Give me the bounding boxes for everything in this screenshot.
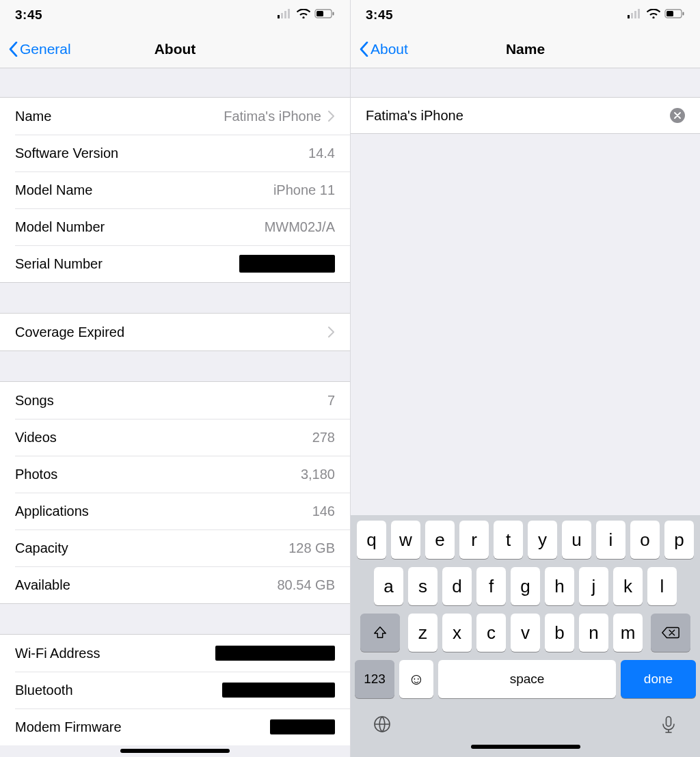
back-label: General	[20, 41, 71, 57]
key-d[interactable]: d	[442, 567, 472, 605]
key-n[interactable]: n	[579, 614, 608, 652]
cellular-icon	[628, 9, 643, 21]
svg-rect-15	[667, 717, 671, 726]
status-time: 3:45	[15, 8, 42, 23]
about-group-coverage: Coverage Expired	[0, 313, 350, 351]
svg-rect-10	[638, 9, 640, 18]
key-l[interactable]: l	[647, 567, 677, 605]
row-applications: Applications146	[0, 493, 350, 529]
row-videos: Videos278	[0, 419, 350, 456]
about-screen: 3:45 General About	[0, 0, 350, 757]
keyboard: qwertyuiop asdfghjkl zxcvbnm 123 ☺ space…	[351, 515, 700, 757]
row-model-name: Model Name iPhone 11	[0, 171, 350, 208]
svg-rect-8	[631, 13, 633, 18]
key-f[interactable]: f	[476, 567, 506, 605]
device-name-input[interactable]	[366, 108, 670, 124]
chevron-left-icon	[359, 42, 369, 57]
name-edit-screen: 3:45 About Name	[350, 0, 700, 757]
key-c[interactable]: c	[476, 614, 506, 652]
wifi-icon	[647, 9, 660, 21]
key-e[interactable]: e	[425, 521, 455, 559]
row-photos: Photos3,180	[0, 456, 350, 493]
key-v[interactable]: v	[511, 614, 540, 652]
key-q[interactable]: q	[357, 521, 386, 559]
back-button[interactable]: About	[351, 41, 408, 57]
key-w[interactable]: w	[391, 521, 420, 559]
key-g[interactable]: g	[511, 567, 540, 605]
section-gap	[0, 604, 350, 634]
svg-rect-1	[281, 13, 283, 18]
battery-icon	[664, 9, 685, 21]
emoji-icon: ☺	[408, 670, 425, 689]
globe-icon[interactable]	[373, 715, 392, 737]
key-y[interactable]: y	[528, 521, 557, 559]
svg-rect-12	[667, 11, 673, 16]
row-modem-firmware: Modem Firmware	[0, 708, 350, 745]
svg-rect-7	[628, 15, 630, 18]
row-available: Available80.54 GB	[0, 566, 350, 603]
backspace-icon	[661, 625, 680, 640]
backspace-key[interactable]	[651, 614, 690, 652]
row-songs: Songs7	[0, 382, 350, 419]
shift-icon	[373, 625, 388, 640]
row-serial-number: Serial Number	[0, 245, 350, 282]
key-u[interactable]: u	[562, 521, 591, 559]
nav-bar: General About	[0, 30, 350, 68]
wifi-icon	[297, 9, 310, 21]
row-name[interactable]: Name Fatima's iPhone	[0, 98, 350, 135]
section-gap	[0, 351, 350, 381]
key-i[interactable]: i	[596, 521, 625, 559]
svg-rect-0	[278, 15, 280, 18]
battery-icon	[314, 9, 335, 21]
status-icons	[628, 9, 685, 21]
svg-rect-9	[634, 11, 636, 18]
row-software-version: Software Version 14.4	[0, 135, 350, 171]
row-wifi-address: Wi-Fi Address	[0, 635, 350, 672]
chevron-left-icon	[8, 42, 18, 57]
row-model-number: Model Number MWM02J/A	[0, 208, 350, 245]
key-x[interactable]: x	[442, 614, 472, 652]
row-capacity: Capacity128 GB	[0, 529, 350, 566]
back-button[interactable]: General	[0, 41, 71, 57]
key-j[interactable]: j	[579, 567, 608, 605]
chevron-right-icon	[328, 327, 335, 338]
home-indicator[interactable]	[471, 745, 580, 749]
key-a[interactable]: a	[374, 567, 403, 605]
key-t[interactable]: t	[494, 521, 523, 559]
space-key[interactable]: space	[438, 660, 616, 698]
status-time: 3:45	[366, 8, 393, 23]
row-coverage[interactable]: Coverage Expired	[0, 314, 350, 350]
key-o[interactable]: o	[630, 521, 660, 559]
svg-rect-13	[683, 12, 684, 16]
key-k[interactable]: k	[613, 567, 643, 605]
mic-icon[interactable]	[659, 715, 678, 737]
section-gap	[351, 68, 700, 97]
key-s[interactable]: s	[408, 567, 438, 605]
nav-bar: About Name	[351, 30, 700, 68]
svg-rect-3	[288, 9, 290, 18]
key-p[interactable]: p	[664, 521, 694, 559]
numbers-key[interactable]: 123	[355, 660, 394, 698]
home-indicator[interactable]	[120, 749, 230, 753]
status-bar: 3:45	[351, 0, 700, 30]
back-label: About	[371, 41, 408, 57]
key-m[interactable]: m	[613, 614, 643, 652]
done-key[interactable]: done	[621, 660, 696, 698]
clear-text-button[interactable]	[670, 108, 685, 123]
key-z[interactable]: z	[408, 614, 438, 652]
row-bluetooth: Bluetooth	[0, 672, 350, 708]
about-group-storage: Songs7 Videos278 Photos3,180 Application…	[0, 381, 350, 604]
svg-rect-2	[284, 11, 286, 18]
key-r[interactable]: r	[459, 521, 489, 559]
about-group-device: Name Fatima's iPhone Software Version 14…	[0, 97, 350, 283]
empty-area	[351, 134, 700, 515]
key-h[interactable]: h	[545, 567, 574, 605]
shift-key[interactable]	[360, 614, 400, 652]
svg-rect-5	[317, 11, 323, 16]
close-icon	[674, 112, 681, 119]
status-bar: 3:45	[0, 0, 350, 30]
chevron-right-icon	[328, 111, 335, 122]
key-b[interactable]: b	[545, 614, 574, 652]
svg-rect-6	[333, 12, 334, 16]
emoji-key[interactable]: ☺	[399, 660, 433, 698]
